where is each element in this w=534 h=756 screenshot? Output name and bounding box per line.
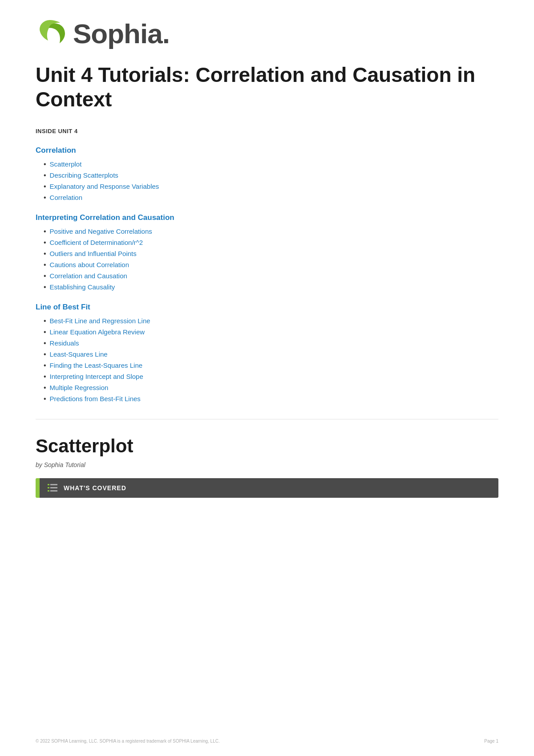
toc-link-outliers[interactable]: Outliers and Influential Points — [50, 250, 137, 257]
toc-link-coefficient[interactable]: Coefficient of Determination/r^2 — [50, 239, 143, 246]
list-item: Positive and Negative Correlations — [44, 228, 498, 236]
toc-link-positive-negative[interactable]: Positive and Negative Correlations — [50, 228, 152, 235]
covered-dark-section: WHAT'S COVERED — [40, 478, 498, 498]
list-item: Explanatory and Response Variables — [44, 183, 498, 191]
list-item: Establishing Causality — [44, 283, 498, 291]
list-item: Describing Scatterplots — [44, 171, 498, 179]
logo-area: Sophia. — [36, 18, 498, 49]
toc-list-correlation: Scatterplot Describing Scatterplots Expl… — [36, 160, 498, 202]
section-heading-correlation: Correlation — [36, 146, 498, 155]
toc-link-finding-least-squares[interactable]: Finding the Least-Squares Line — [50, 362, 142, 369]
sophia-logo-text: Sophia. — [73, 18, 170, 49]
toc-link-best-fit-regression[interactable]: Best-Fit Line and Regression Line — [50, 317, 150, 325]
list-item: Coefficient of Determination/r^2 — [44, 239, 498, 247]
toc-link-correlation[interactable]: Correlation — [50, 194, 82, 201]
toc-section-interpreting: Interpreting Correlation and Causation P… — [36, 213, 498, 291]
section-divider — [36, 419, 498, 419]
list-item: Least-Squares Line — [44, 350, 498, 358]
list-icon — [48, 484, 57, 492]
list-item: Finding the Least-Squares Line — [44, 362, 498, 370]
list-item: Linear Equation Algebra Review — [44, 328, 498, 336]
sophia-logo-icon — [36, 18, 67, 49]
list-item: Residuals — [44, 339, 498, 347]
toc-list-interpreting: Positive and Negative Correlations Coeff… — [36, 228, 498, 291]
toc-link-multiple-regression[interactable]: Multiple Regression — [50, 384, 109, 391]
toc-link-establishing-causality[interactable]: Establishing Causality — [50, 283, 115, 291]
footer-copyright: © 2022 SOPHIA Learning, LLC. SOPHIA is a… — [36, 739, 220, 744]
scatterplot-author: by Sophia Tutorial — [36, 461, 498, 468]
toc-link-describing-scatterplots[interactable]: Describing Scatterplots — [50, 171, 118, 179]
page-footer: © 2022 SOPHIA Learning, LLC. SOPHIA is a… — [36, 739, 498, 744]
list-item: Predictions from Best-Fit Lines — [44, 395, 498, 403]
toc-link-explanatory-response[interactable]: Explanatory and Response Variables — [50, 183, 159, 190]
toc-link-correlation-causation[interactable]: Correlation and Causation — [50, 272, 127, 280]
toc-section-correlation: Correlation Scatterplot Describing Scatt… — [36, 146, 498, 202]
toc-link-interpreting-intercept-slope[interactable]: Interpreting Intercept and Slope — [50, 373, 143, 380]
list-item: Correlation — [44, 194, 498, 202]
svg-rect-0 — [48, 484, 49, 485]
list-item: Scatterplot — [44, 160, 498, 168]
svg-rect-2 — [48, 487, 49, 488]
toc-link-residuals[interactable]: Residuals — [50, 339, 79, 347]
page-title: Unit 4 Tutorials: Correlation and Causat… — [36, 63, 498, 112]
svg-rect-1 — [50, 484, 57, 485]
svg-rect-4 — [48, 490, 49, 492]
svg-rect-3 — [50, 487, 57, 488]
list-item: Best-Fit Line and Regression Line — [44, 317, 498, 325]
list-item: Interpreting Intercept and Slope — [44, 373, 498, 381]
toc-link-least-squares[interactable]: Least-Squares Line — [50, 350, 108, 358]
svg-rect-5 — [50, 490, 57, 492]
inside-unit-label: INSIDE UNIT 4 — [36, 128, 498, 134]
list-item: Cautions about Correlation — [44, 261, 498, 269]
toc-link-cautions[interactable]: Cautions about Correlation — [50, 261, 129, 268]
scatterplot-section-title: Scatterplot — [36, 435, 498, 457]
list-item: Multiple Regression — [44, 384, 498, 392]
whats-covered-label: WHAT'S COVERED — [64, 484, 126, 492]
footer-page-number: Page 1 — [484, 739, 498, 744]
section-heading-interpreting: Interpreting Correlation and Causation — [36, 213, 498, 222]
toc-link-linear-equation-algebra[interactable]: Linear Equation Algebra Review — [50, 328, 145, 336]
toc-link-predictions[interactable]: Predictions from Best-Fit Lines — [50, 395, 141, 402]
toc-list-line-of-best-fit: Best-Fit Line and Regression Line Linear… — [36, 317, 498, 403]
scatterplot-section: Scatterplot by Sophia Tutorial WHAT'S CO… — [36, 435, 498, 498]
covered-green-accent — [36, 478, 40, 498]
list-item: Outliers and Influential Points — [44, 250, 498, 258]
toc-link-scatterplot[interactable]: Scatterplot — [50, 160, 82, 168]
whats-covered-bar: WHAT'S COVERED — [36, 478, 498, 498]
toc-section-line-of-best-fit: Line of Best Fit Best-Fit Line and Regre… — [36, 303, 498, 403]
section-heading-line-of-best-fit: Line of Best Fit — [36, 303, 498, 312]
list-item: Correlation and Causation — [44, 272, 498, 280]
